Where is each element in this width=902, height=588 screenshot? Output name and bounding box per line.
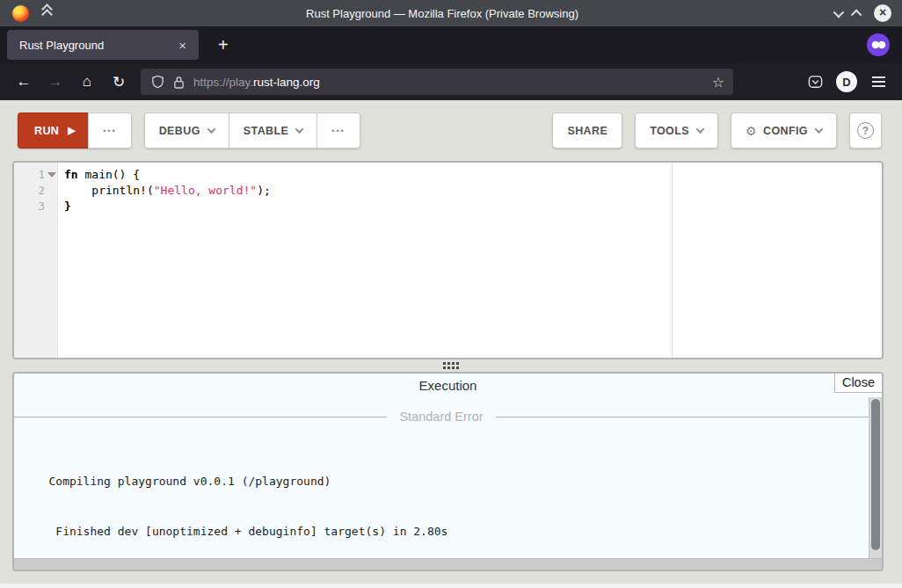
vertical-scrollbar[interactable]	[869, 397, 882, 558]
mode-debug-button[interactable]: DEBUG	[144, 113, 229, 149]
new-tab-button[interactable]: +	[211, 35, 236, 55]
menu-button[interactable]	[865, 69, 891, 95]
channel-stable-button[interactable]: STABLE	[229, 113, 316, 149]
tools-button[interactable]: TOOLS	[635, 113, 718, 149]
firefox-logo-icon	[12, 5, 29, 22]
home-button[interactable]: ⌂	[74, 69, 100, 95]
advanced-options-button[interactable]: •••	[316, 113, 360, 149]
stderr-divider: Standard Error	[14, 410, 869, 424]
window-close-icon[interactable]: ×	[874, 4, 891, 22]
url-bar[interactable]: https://play.rust-lang.org ☆	[141, 69, 733, 95]
mask-icon	[871, 40, 886, 49]
ellipsis-icon: •••	[331, 127, 345, 135]
tab-rust-playground[interactable]: Rust Playground ×	[7, 30, 199, 60]
browser-window: Rust Playground — Mozilla Firefox (Priva…	[0, 0, 902, 588]
code-line-1: fn main() {	[64, 167, 882, 183]
pane-splitter[interactable]	[0, 359, 902, 372]
help-button[interactable]: ?	[849, 113, 882, 149]
code-line-2: println!("Hello, world!");	[64, 183, 882, 199]
scrollbar-thumb[interactable]	[871, 399, 880, 550]
playground-toolbar: RUN ▶ ••• DEBUG STABLE	[0, 100, 902, 149]
run-button[interactable]: RUN ▶	[18, 113, 88, 149]
url-text[interactable]: https://play.rust-lang.org	[193, 76, 710, 89]
chevron-down-icon	[207, 125, 215, 134]
window-title: Rust Playground — Mozilla Firefox (Priva…	[51, 7, 833, 20]
navigation-toolbar: ← → ⌂ ↻ https://play.rust-lang.org ☆ D	[0, 63, 902, 100]
private-browsing-badge	[867, 33, 890, 56]
print-margin-line	[672, 163, 673, 358]
title-bar: Rust Playground — Mozilla Firefox (Priva…	[0, 0, 902, 26]
tracking-shield-icon[interactable]	[151, 75, 164, 89]
forward-button[interactable]: →	[42, 69, 69, 95]
share-button[interactable]: SHARE	[552, 113, 622, 149]
tab-title: Rust Playground	[19, 39, 175, 52]
account-avatar[interactable]: D	[833, 69, 860, 95]
execution-content: Standard Error Compiling playground v0.0…	[14, 397, 869, 558]
line-number[interactable]: 3	[14, 199, 57, 214]
line-number[interactable]: 2	[14, 183, 57, 199]
editor-code-area[interactable]: fn main() { println!("Hello, world!"); }	[58, 163, 882, 358]
url-domain: rust-lang.org	[253, 76, 320, 89]
hamburger-icon	[872, 76, 885, 87]
chevron-down-icon	[696, 125, 705, 134]
url-scheme: https://play.	[193, 76, 253, 89]
stderr-line: Compiling playground v0.0.1 (/playground…	[28, 473, 869, 490]
help-icon: ?	[857, 122, 874, 139]
stderr-line: Finished dev [unoptimized + debuginfo] t…	[28, 523, 869, 540]
execution-header: Execution Close	[14, 374, 882, 397]
execution-title: Execution	[419, 378, 477, 393]
config-button[interactable]: ⚙ CONFIG	[731, 113, 837, 149]
lock-icon[interactable]	[173, 76, 185, 89]
build-options-group: DEBUG STABLE •••	[144, 113, 360, 149]
chevron-down-icon	[815, 125, 824, 134]
bookmark-star-icon[interactable]: ☆	[710, 74, 726, 91]
run-options-button[interactable]: •••	[88, 113, 131, 149]
tab-bar: Rust Playground × +	[0, 26, 902, 63]
editor-gutter: 1 2 3	[14, 163, 58, 358]
code-fold-icon[interactable]	[47, 172, 56, 178]
drag-handle-icon[interactable]	[443, 362, 459, 369]
back-button[interactable]: ←	[11, 69, 37, 95]
execution-panel: Execution Close Standard Error Compiling…	[12, 372, 884, 571]
page-bottom-margin	[0, 571, 902, 588]
reload-button[interactable]: ↻	[105, 69, 132, 95]
maximize-icon[interactable]	[851, 9, 862, 20]
code-editor[interactable]: 1 2 3 fn main() { println!("Hello, world…	[12, 161, 884, 359]
close-output-button[interactable]: Close	[834, 373, 883, 393]
line-number[interactable]: 1	[14, 167, 57, 183]
code-line-3: }	[64, 199, 882, 214]
shade-window-icon[interactable]	[43, 9, 51, 18]
play-icon: ▶	[68, 125, 76, 136]
minimize-icon[interactable]	[833, 6, 845, 18]
horizontal-scrollbar[interactable]	[14, 558, 882, 570]
rust-playground-page: RUN ▶ ••• DEBUG STABLE	[0, 100, 902, 588]
chevron-down-icon	[295, 125, 304, 134]
run-button-group: RUN ▶ •••	[18, 113, 132, 149]
gear-icon: ⚙	[746, 124, 757, 138]
tab-close-icon[interactable]: ×	[175, 38, 190, 53]
stderr-output: Compiling playground v0.0.1 (/playground…	[14, 439, 869, 558]
pocket-icon[interactable]	[802, 69, 828, 95]
ellipsis-icon: •••	[103, 127, 116, 135]
